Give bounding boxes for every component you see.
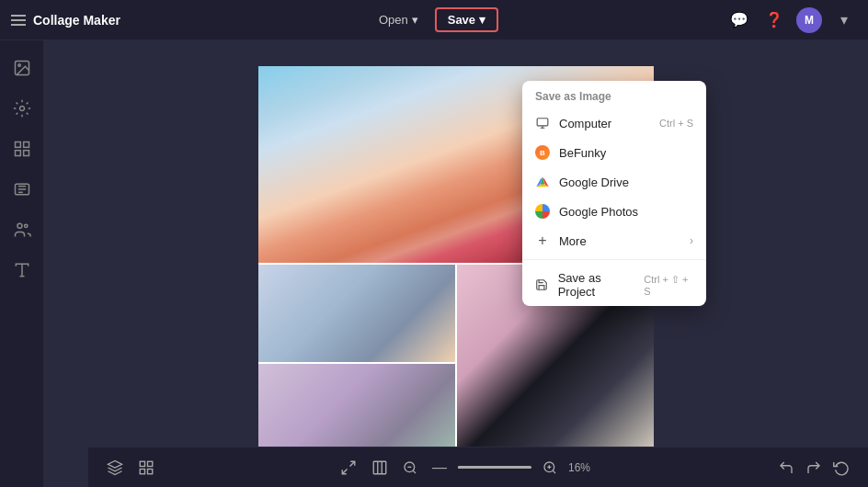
- svg-line-25: [350, 461, 355, 466]
- zoom-slider[interactable]: [458, 466, 531, 469]
- sidebar-item-effects[interactable]: [6, 92, 39, 125]
- sidebar-item-textbg[interactable]: [6, 173, 39, 206]
- dropdown-divider: [522, 259, 706, 260]
- sidebar-item-image[interactable]: [6, 51, 39, 85]
- svg-point-11: [17, 223, 22, 228]
- gdrive-icon: [535, 175, 550, 189]
- svg-point-2: [19, 107, 24, 111]
- header: Collage Maker Open ▾ Save ▾ 💬 ❓ M ▾: [0, 0, 868, 40]
- avatar[interactable]: M: [796, 7, 822, 33]
- undo-icon[interactable]: [774, 456, 798, 480]
- sidebar-item-people[interactable]: [6, 213, 39, 246]
- dropdown-section-title: Save as Image: [522, 81, 706, 108]
- save-chevron-icon: ▾: [479, 13, 485, 27]
- svg-rect-5: [15, 151, 20, 156]
- svg-rect-15: [537, 119, 548, 126]
- svg-rect-24: [148, 469, 153, 473]
- open-chevron-icon: ▾: [412, 13, 418, 27]
- sidebar-item-layout[interactable]: [6, 132, 39, 165]
- fit-icon[interactable]: [368, 456, 392, 480]
- sidebar: [0, 40, 44, 487]
- svg-rect-27: [373, 461, 386, 474]
- header-left: Collage Maker: [11, 13, 370, 28]
- sidebar-item-text[interactable]: [6, 254, 39, 287]
- bottom-toolbar: — 16%: [88, 447, 868, 487]
- svg-marker-20: [108, 460, 122, 468]
- zoom-in-icon[interactable]: [539, 457, 561, 479]
- header-center: Open ▾ Save ▾: [370, 7, 498, 32]
- svg-rect-6: [23, 151, 29, 156]
- save-dropdown: Save as Image Computer Ctrl + S B BeFunk…: [522, 81, 706, 306]
- collage-bottom-left: [258, 265, 455, 461]
- toolbar-center-group: — 16%: [337, 456, 596, 480]
- save-project-item[interactable]: Save as Project Ctrl + ⇧ + S: [522, 264, 706, 306]
- grid-icon[interactable]: [134, 456, 158, 480]
- zoom-out-icon[interactable]: [399, 457, 421, 479]
- history-icon[interactable]: [829, 456, 853, 480]
- befunky-icon: B: [535, 145, 550, 160]
- save-befunky-item[interactable]: B BeFunky: [522, 138, 706, 167]
- more-arrow-icon: ›: [690, 234, 693, 247]
- layers-icon[interactable]: [103, 456, 127, 480]
- zoom-level: 16%: [568, 461, 596, 474]
- svg-line-31: [413, 470, 416, 473]
- svg-rect-3: [15, 142, 20, 148]
- save-gdrive-item[interactable]: Google Drive: [522, 167, 706, 197]
- computer-icon: [535, 116, 550, 130]
- expand-icon[interactable]: [337, 456, 360, 480]
- project-icon: [535, 277, 549, 292]
- svg-line-34: [553, 470, 555, 473]
- save-more-item[interactable]: + More ›: [522, 226, 706, 255]
- svg-rect-4: [23, 142, 29, 148]
- header-right: 💬 ❓ M ▾: [498, 7, 857, 33]
- chevron-down-icon[interactable]: ▾: [831, 7, 857, 33]
- menu-icon[interactable]: [11, 15, 26, 26]
- redo-icon[interactable]: [802, 456, 826, 480]
- save-gphotos-item[interactable]: Google Photos: [522, 197, 706, 226]
- svg-point-1: [17, 64, 19, 67]
- zoom-reset-icon[interactable]: —: [428, 456, 451, 480]
- plus-icon: +: [535, 233, 550, 248]
- collage-photo-tl: [258, 265, 455, 362]
- svg-rect-22: [148, 461, 153, 466]
- canvas-area: Save as Image Computer Ctrl + S B BeFunk…: [44, 40, 868, 487]
- gphotos-icon: [535, 204, 550, 219]
- save-button[interactable]: Save ▾: [435, 7, 498, 32]
- save-computer-item[interactable]: Computer Ctrl + S: [522, 108, 706, 138]
- open-button[interactable]: Open ▾: [370, 9, 428, 30]
- chat-icon[interactable]: 💬: [726, 7, 752, 33]
- svg-rect-23: [140, 469, 144, 473]
- app-title: Collage Maker: [33, 13, 120, 28]
- svg-rect-21: [140, 461, 144, 466]
- main-layout: Save as Image Computer Ctrl + S B BeFunk…: [0, 40, 868, 487]
- svg-point-12: [24, 224, 27, 227]
- undo-redo-group: [774, 456, 853, 480]
- help-icon[interactable]: ❓: [761, 7, 787, 33]
- toolbar-left-group: [103, 456, 158, 480]
- svg-line-26: [342, 469, 347, 473]
